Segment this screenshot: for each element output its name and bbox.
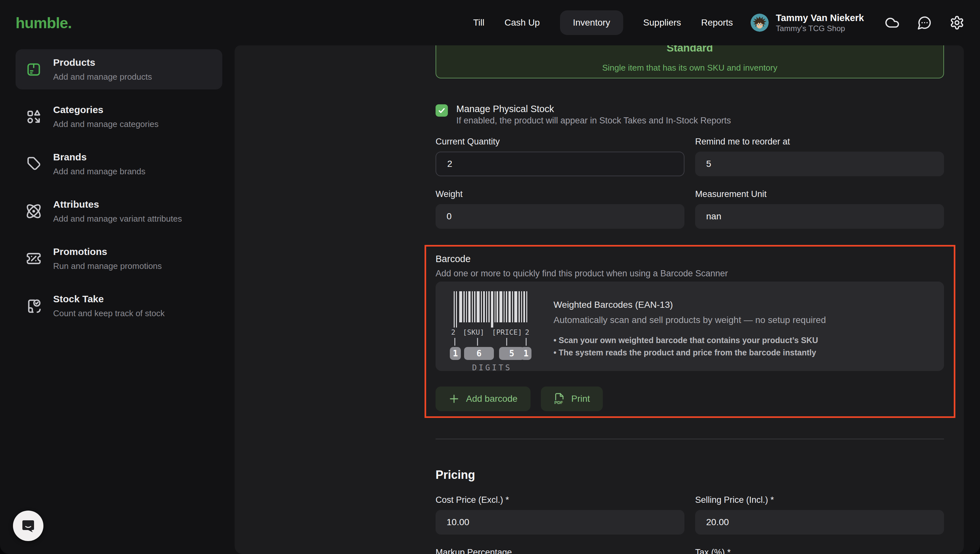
weight-input[interactable] bbox=[435, 204, 684, 229]
sidebar-item-text: Products Add and manage products bbox=[53, 56, 152, 82]
sidebar-item-description: Add and manage variant attributes bbox=[53, 213, 182, 224]
product-type-description: Single item that has its own SKU and inv… bbox=[436, 62, 943, 73]
avatar[interactable] bbox=[751, 14, 769, 32]
pricing-fields-row-1: Cost Price (Excl.) * Selling Price (Incl… bbox=[435, 494, 944, 535]
bullet-item: The system reads the product and price f… bbox=[553, 346, 826, 359]
barcode-actions: Add barcode PDF Print bbox=[435, 387, 944, 411]
barcode-sku-label: [SKU] bbox=[463, 328, 484, 336]
sidebar-item-description: Add and manage categories bbox=[53, 119, 158, 130]
main-panel: Standard Single item that has its own SK… bbox=[235, 45, 964, 554]
ticket-percent-icon bbox=[25, 250, 42, 267]
weighted-barcode-info: Weighted Barcodes (EAN-13) Automatically… bbox=[553, 291, 826, 361]
chat-bubble-icon[interactable] bbox=[917, 15, 932, 30]
app-window: humble. Till Cash Up Inventory Suppliers… bbox=[0, 0, 980, 554]
gear-icon[interactable] bbox=[950, 15, 964, 30]
nav-reports[interactable]: Reports bbox=[701, 10, 733, 35]
field-cost-price: Cost Price (Excl.) * bbox=[435, 494, 684, 535]
cost-price-label: Cost Price (Excl.) * bbox=[435, 494, 684, 505]
user-name: Tammy Van Niekerk bbox=[776, 12, 864, 24]
manage-stock-checkbox[interactable] bbox=[435, 104, 448, 117]
manage-stock-label: Manage Physical Stock bbox=[456, 103, 731, 115]
barcode-digits-caption: DIGITS bbox=[450, 363, 534, 372]
barcode-diagram: 2 [SKU] [PRICE] 2 1 6 5 bbox=[450, 291, 534, 361]
barcode-title: Barcode bbox=[435, 253, 944, 265]
manage-stock-description: If enabled, the product will appear in S… bbox=[456, 115, 731, 126]
weighted-barcode-bullets: Scan your own weighted barcode that cont… bbox=[553, 334, 826, 359]
weight-label: Weight bbox=[435, 189, 684, 200]
sidebar-item-text: Categories Add and manage categories bbox=[53, 103, 158, 130]
shapes-icon bbox=[25, 108, 42, 125]
support-chat-button[interactable] bbox=[13, 511, 43, 541]
pdf-file-icon: PDF bbox=[554, 393, 565, 405]
print-label: Print bbox=[571, 394, 590, 404]
selling-price-label: Selling Price (Incl.) * bbox=[695, 494, 944, 505]
chat-smile-icon bbox=[20, 518, 36, 534]
sidebar-item-title: Brands bbox=[53, 151, 145, 163]
sidebar-item-description: Add and manage brands bbox=[53, 166, 145, 177]
product-type-title: Standard bbox=[436, 45, 943, 54]
section-divider bbox=[435, 439, 944, 439]
product-box-icon bbox=[25, 61, 42, 78]
pricing-fields-row-2: Markup Percentage Tax (%) * bbox=[435, 547, 944, 554]
nav-cash-up[interactable]: Cash Up bbox=[505, 10, 540, 35]
sidebar-item-brands[interactable]: Brands Add and manage brands bbox=[16, 144, 222, 184]
sidebar-item-promotions[interactable]: Promotions Run and manage promotions bbox=[16, 239, 222, 279]
nav-suppliers[interactable]: Suppliers bbox=[643, 10, 681, 35]
humble-logo: humble. bbox=[16, 14, 72, 32]
header: humble. Till Cash Up Inventory Suppliers… bbox=[0, 0, 980, 45]
sidebar-item-text: Stock Take Count and keep track of stock bbox=[53, 293, 165, 319]
digit-badge: 6 bbox=[464, 347, 494, 360]
barcode-bars-icon bbox=[454, 291, 529, 328]
stock-fields-row-1: Current Quantity Remind me to reorder at bbox=[435, 136, 944, 176]
nav-till[interactable]: Till bbox=[473, 10, 484, 35]
barcode-description: Add one or more to quickly find this pro… bbox=[435, 268, 944, 279]
sidebar-item-title: Attributes bbox=[53, 198, 182, 210]
manage-stock-text: Manage Physical Stock If enabled, the pr… bbox=[456, 103, 731, 126]
field-current-quantity: Current Quantity bbox=[435, 136, 684, 176]
manage-stock-row: Manage Physical Stock If enabled, the pr… bbox=[435, 103, 944, 126]
selling-price-input[interactable] bbox=[695, 510, 944, 535]
sidebar-item-text: Promotions Run and manage promotions bbox=[53, 245, 162, 272]
weighted-barcode-title: Weighted Barcodes (EAN-13) bbox=[553, 299, 826, 311]
svg-text:PDF: PDF bbox=[554, 400, 563, 405]
measurement-unit-input[interactable] bbox=[695, 204, 944, 229]
barcode-tick-lines bbox=[450, 338, 534, 346]
markup-percentage-label: Markup Percentage bbox=[435, 547, 684, 554]
tag-icon bbox=[25, 156, 42, 172]
product-form: Standard Single item that has its own SK… bbox=[435, 45, 944, 554]
sidebar-item-title: Promotions bbox=[53, 245, 162, 258]
measurement-unit-label: Measurement Unit bbox=[695, 189, 944, 200]
sidebar-item-products[interactable]: Products Add and manage products bbox=[16, 49, 222, 89]
header-right: Tammy Van Niekerk Tammy's TCG Shop bbox=[751, 12, 964, 33]
weighted-barcode-card: 2 [SKU] [PRICE] 2 1 6 5 bbox=[435, 282, 944, 371]
sidebar-item-attributes[interactable]: Attributes Add and manage variant attrib… bbox=[16, 191, 222, 231]
check-icon bbox=[438, 106, 446, 115]
barcode-right-digit: 2 bbox=[525, 328, 529, 336]
sidebar-item-categories[interactable]: Categories Add and manage categories bbox=[16, 97, 222, 137]
barcode-segment-labels: 2 [SKU] [PRICE] 2 bbox=[450, 328, 534, 338]
digit-badge: 1 bbox=[521, 347, 531, 360]
nav-inventory[interactable]: Inventory bbox=[560, 10, 623, 35]
sidebar-item-title: Categories bbox=[53, 103, 158, 116]
sidebar-item-description: Run and manage promotions bbox=[53, 261, 162, 272]
sidebar-item-text: Attributes Add and manage variant attrib… bbox=[53, 198, 182, 224]
tax-label: Tax (%) * bbox=[695, 547, 944, 554]
cloud-icon[interactable] bbox=[885, 15, 900, 30]
cost-price-input[interactable] bbox=[435, 510, 684, 535]
barcode-price-label: [PRICE] bbox=[492, 328, 522, 336]
main-nav: Till Cash Up Inventory Suppliers Reports bbox=[473, 0, 733, 45]
print-button[interactable]: PDF Print bbox=[541, 387, 603, 411]
current-quantity-input[interactable] bbox=[435, 151, 684, 176]
product-type-card[interactable]: Standard Single item that has its own SK… bbox=[435, 45, 944, 78]
sidebar-item-stock-take[interactable]: Stock Take Count and keep track of stock bbox=[16, 286, 222, 326]
add-barcode-button[interactable]: Add barcode bbox=[435, 387, 531, 411]
reorder-at-input[interactable] bbox=[695, 151, 944, 176]
barcode-section-highlight: Barcode Add one or more to quickly find … bbox=[424, 245, 955, 418]
user-info[interactable]: Tammy Van Niekerk Tammy's TCG Shop bbox=[776, 12, 864, 33]
sidebar-item-text: Brands Add and manage brands bbox=[53, 151, 145, 177]
current-quantity-label: Current Quantity bbox=[435, 136, 684, 147]
sidebar-item-description: Count and keep track of stock bbox=[53, 308, 165, 319]
sidebar-item-title: Products bbox=[53, 56, 152, 69]
field-reorder-at: Remind me to reorder at bbox=[695, 136, 944, 176]
barcode-left-digit: 2 bbox=[451, 328, 455, 336]
